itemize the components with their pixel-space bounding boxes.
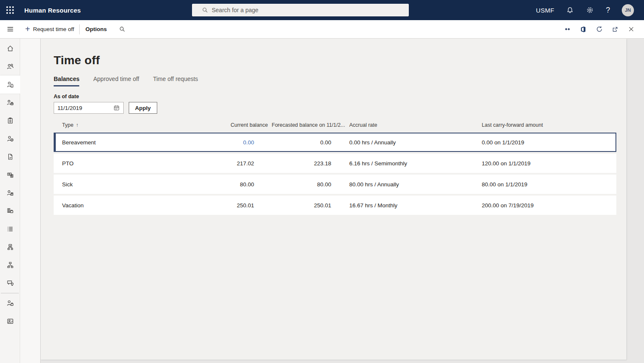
person-briefcase-icon xyxy=(6,299,14,307)
search-icon xyxy=(202,7,208,13)
plus-icon: + xyxy=(25,25,30,33)
request-time-off-button[interactable]: + Request time off xyxy=(20,20,79,39)
sidebar-item-employee-self-service[interactable] xyxy=(0,76,20,94)
time-off-page: Time off Balances Approved time off Time… xyxy=(41,39,626,360)
options-button[interactable]: Options xyxy=(80,20,113,39)
cell-type: Bereavement xyxy=(62,139,229,146)
app-launcher-button[interactable] xyxy=(0,0,20,20)
payroll-calculator-icon xyxy=(6,171,14,179)
column-header-type[interactable]: Type↑ xyxy=(62,122,229,128)
request-time-off-label: Request time off xyxy=(33,26,74,32)
sidebar-item-organization[interactable] xyxy=(0,256,20,274)
column-header-accrual-rate[interactable]: Accrual rate xyxy=(349,122,482,128)
sidebar-item-task-management[interactable] xyxy=(0,238,20,256)
sidebar-item-benefits[interactable] xyxy=(0,184,20,202)
personalize-icon xyxy=(564,25,571,33)
as-of-date-field[interactable] xyxy=(54,102,124,114)
column-header-carry-forward[interactable]: Last carry-forward amount xyxy=(482,122,608,128)
tab-balances[interactable]: Balances xyxy=(54,76,79,86)
sidebar-item-my-team[interactable] xyxy=(0,294,20,312)
page-search-box[interactable] xyxy=(192,4,409,16)
settings-button[interactable] xyxy=(580,0,600,20)
sidebar-item-people[interactable] xyxy=(0,57,20,76)
workspace: Time off Balances Approved time off Time… xyxy=(0,39,644,363)
tab-approved-time-off[interactable]: Approved time off xyxy=(93,76,139,86)
people-briefcase-icon xyxy=(6,99,14,107)
list-icon xyxy=(6,225,14,233)
cell-forecasted-balance: 223.18 xyxy=(268,160,348,167)
cell-accrual-rate: 16.67 hrs / Monthly xyxy=(349,202,482,209)
as-of-date-label: As of date xyxy=(54,94,616,99)
sidebar-item-compensation[interactable] xyxy=(0,202,20,220)
cell-current-balance: 217.02 xyxy=(229,160,268,167)
tab-bar: Balances Approved time off Time off requ… xyxy=(54,76,616,86)
as-of-date-input[interactable] xyxy=(57,105,113,111)
cell-carry-forward: 80.00 on 1/1/2019 xyxy=(482,181,608,188)
search-input[interactable] xyxy=(212,7,405,13)
personalize-button[interactable] xyxy=(559,20,575,39)
cell-current-balance: 250.01 xyxy=(229,202,268,209)
apply-button[interactable]: Apply xyxy=(129,102,157,114)
cell-type: PTO xyxy=(62,160,229,167)
balances-table: Type↑ Current balance Forecasted balance… xyxy=(54,119,616,215)
org-chart-icon xyxy=(6,261,14,269)
notifications-button[interactable] xyxy=(560,0,580,20)
person-document-icon xyxy=(6,81,14,89)
person-kiosk-icon xyxy=(6,189,14,197)
top-navbar: Human Resources USMF ? JN xyxy=(0,0,644,20)
company-selector[interactable]: USMF xyxy=(530,0,560,20)
task-boxes-icon xyxy=(6,243,14,251)
sidebar-item-leave-absence[interactable] xyxy=(0,130,20,148)
sidebar-item-employee-development[interactable] xyxy=(0,312,20,330)
sidebar-item-home[interactable] xyxy=(0,39,20,57)
close-button[interactable] xyxy=(623,20,639,39)
tab-time-off-requests[interactable]: Time off requests xyxy=(153,76,198,86)
column-header-current-balance[interactable]: Current balance xyxy=(229,122,268,128)
account-button[interactable]: JN xyxy=(616,0,640,20)
sidebar-item-lists[interactable] xyxy=(0,220,20,238)
calendar-icon[interactable] xyxy=(113,104,120,111)
cell-accrual-rate: 6.16 hrs / Semimonthly xyxy=(349,160,482,167)
sidebar-item-payroll[interactable] xyxy=(0,166,20,184)
sidebar-item-feedback[interactable] xyxy=(0,274,20,292)
sidebar-item-checklists[interactable] xyxy=(0,112,20,130)
table-row[interactable]: Sick 80.00 80.00 80.00 hrs / Annually 80… xyxy=(54,175,616,194)
table-header-row: Type↑ Current balance Forecasted balance… xyxy=(54,119,616,131)
side-navigation xyxy=(0,39,20,363)
column-header-forecasted-balance[interactable]: Forecasted balance on 11/1/2... xyxy=(268,122,348,128)
search-icon xyxy=(119,26,126,33)
employee-badge-icon xyxy=(6,317,14,325)
sidebar-item-performance[interactable] xyxy=(0,148,20,166)
table-row[interactable]: Bereavement 0.00 0.00 0.00 hrs / Annuall… xyxy=(54,133,616,152)
nav-menu-button[interactable] xyxy=(0,20,20,39)
cell-forecasted-balance: 0.00 xyxy=(268,139,348,146)
table-row[interactable]: PTO 217.02 223.18 6.16 hrs / Semimonthly… xyxy=(54,154,616,173)
table-row[interactable]: Vacation 250.01 250.01 16.67 hrs / Month… xyxy=(54,196,616,215)
sort-ascending-icon: ↑ xyxy=(76,122,78,128)
action-bar: + Request time off Options xyxy=(0,20,644,39)
cell-current-balance-link[interactable]: 0.00 xyxy=(229,139,268,146)
document-check-icon xyxy=(6,153,14,161)
toolbar-search-button[interactable] xyxy=(113,20,132,39)
cell-accrual-rate: 80.00 hrs / Annually xyxy=(349,181,482,188)
waffle-icon xyxy=(6,6,14,14)
office-apps-button[interactable] xyxy=(575,20,591,39)
bell-icon xyxy=(566,6,574,14)
cell-carry-forward: 0.00 on 1/1/2019 xyxy=(482,139,608,146)
cell-carry-forward: 120.00 on 1/1/2019 xyxy=(482,160,608,167)
menu-icon xyxy=(6,25,14,33)
refresh-button[interactable] xyxy=(591,20,607,39)
help-button[interactable]: ? xyxy=(600,0,616,20)
popout-icon xyxy=(611,26,619,33)
clipboard-icon xyxy=(6,117,14,125)
open-new-window-button[interactable] xyxy=(607,20,623,39)
books-briefcase-icon xyxy=(6,207,14,215)
people-icon xyxy=(6,63,14,71)
avatar: JN xyxy=(622,4,634,16)
app-title: Human Resources xyxy=(24,7,81,14)
cell-forecasted-balance: 250.01 xyxy=(268,202,348,209)
cell-type: Sick xyxy=(62,181,229,188)
nav-gutter xyxy=(20,39,41,363)
cell-accrual-rate: 0.00 hrs / Annually xyxy=(349,139,482,146)
sidebar-item-personnel-management[interactable] xyxy=(0,94,20,112)
